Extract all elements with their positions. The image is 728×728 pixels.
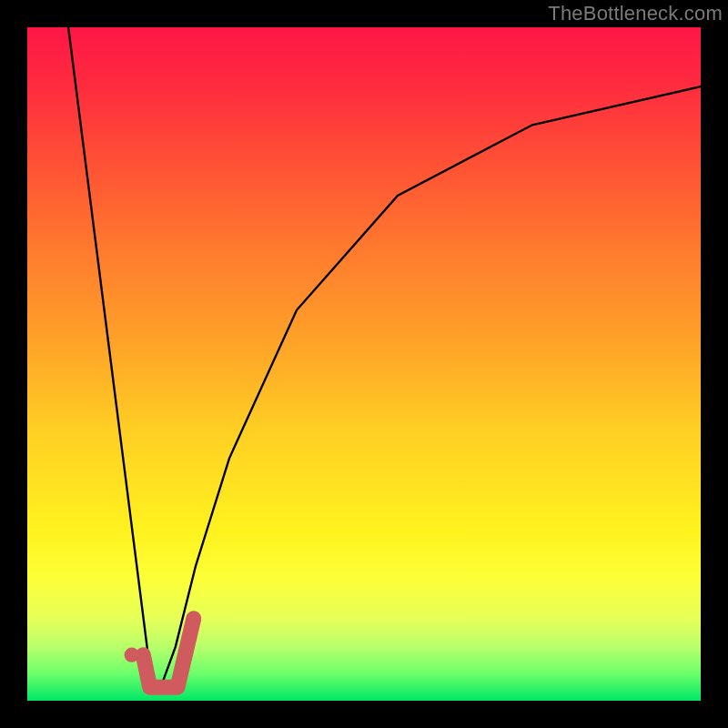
chart-frame: TheBottleneck.com (0, 0, 728, 728)
series-falling-line (68, 27, 150, 669)
watermark-text: TheBottleneck.com (548, 2, 723, 25)
plot-area (27, 27, 701, 701)
marker-group (125, 619, 194, 688)
curve-layer (27, 27, 701, 701)
series-rising-curve (159, 86, 701, 692)
marker-check-tail (143, 619, 194, 688)
series-group (68, 27, 701, 692)
